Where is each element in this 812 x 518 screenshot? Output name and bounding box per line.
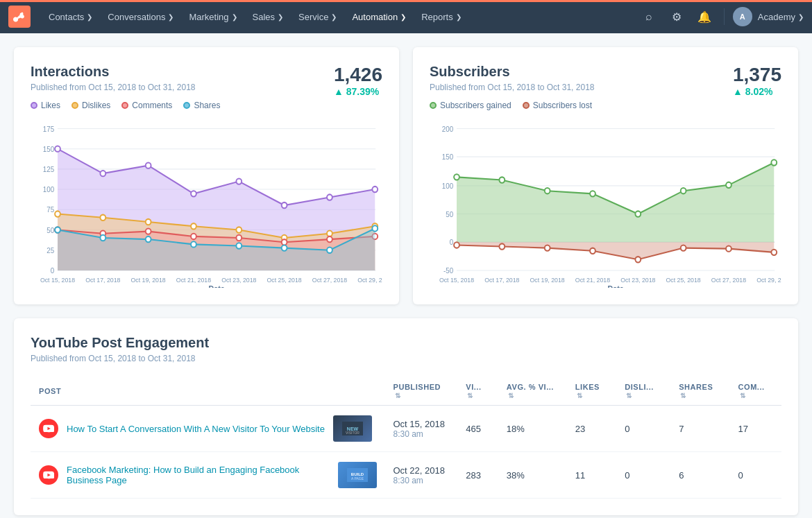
svg-point-90 [771,250,777,255]
col-comments[interactable]: COM... ⇅ [730,377,781,406]
svg-text:VISITOR: VISITOR [346,431,360,435]
nav-automation[interactable]: Automation ❯ [345,8,413,26]
post-cell-1: How To Start A Conversation With A New V… [31,406,385,452]
search-button[interactable]: ⌕ [638,6,660,28]
pub-date-2: Oct 22, 2018 [394,465,450,476]
nav-contacts[interactable]: Contacts ❯ [42,8,99,26]
avatar[interactable]: A [733,7,752,26]
svg-text:Date: Date [209,284,225,288]
gained-dot [430,102,437,109]
nav-contacts-label: Contacts [49,12,84,22]
lost-label: Subscribers lost [533,101,592,110]
likes-dot [31,102,37,109]
navbar: Contacts ❯ Conversations ❯ Marketing ❯ S… [0,0,812,33]
svg-point-18 [100,171,105,176]
youtube-icon-1 [39,419,58,438]
hubspot-logo[interactable] [8,6,31,28]
nav-marketing[interactable]: Marketing ❯ [182,8,244,26]
subscribers-chart: 200 150 100 50 0 -50 [430,121,781,288]
col-published[interactable]: PUBLISHED ⇅ [385,377,458,406]
svg-text:-50: -50 [443,267,453,275]
svg-point-47 [191,241,196,247]
likes-label: Likes [41,101,60,110]
interactions-change-value: 87.39% [346,86,379,97]
svg-point-38 [191,234,196,239]
post-link-2[interactable]: Facebook Marketing: How to Build an Enga… [67,465,330,485]
svg-point-41 [327,236,332,242]
nav-marketing-label: Marketing [189,12,228,22]
legend-likes: Likes [31,101,60,110]
top-border-accent [0,0,812,2]
svg-point-29 [191,223,196,229]
col-views[interactable]: VI... ⇅ [457,377,498,406]
svg-point-26 [55,211,60,216]
engagement-subtitle: Published from Oct 15, 2018 to Oct 31, 2… [31,354,781,363]
svg-text:125: 125 [43,166,55,173]
svg-point-32 [327,231,332,236]
svg-text:A PAGE: A PAGE [351,476,364,481]
svg-point-85 [545,245,550,250]
post-thumb-1: NEWVISITOR [333,415,372,442]
shares-1: 7 [670,406,729,452]
svg-point-84 [499,243,505,249]
svg-point-48 [236,243,242,248]
legend-dislikes: Dislikes [71,101,110,110]
svg-point-77 [590,191,595,196]
published-1: Oct 15, 2018 8:30 am [385,406,458,452]
svg-point-21 [236,178,242,184]
nav-sales[interactable]: Sales ❯ [246,8,291,26]
post-link-1[interactable]: How To Start A Conversation With A New V… [67,424,325,434]
svg-point-40 [282,239,287,245]
svg-point-37 [146,228,151,234]
svg-text:Oct 25, 2018: Oct 25, 2018 [267,276,302,283]
interactions-svg: 175 150 125 100 75 50 25 0 [31,121,382,288]
views-1: 465 [457,406,498,452]
svg-point-89 [726,245,731,251]
user-menu[interactable]: Academy ❯ [758,12,804,22]
subscribers-legend: Subscribers gained Subscribers lost [430,101,594,110]
nav-conversations[interactable]: Conversations ❯ [101,8,180,26]
subscribers-change-value: 8.02% [745,86,773,97]
interactions-chart: 175 150 125 100 75 50 25 0 [31,121,382,288]
svg-point-78 [635,211,641,216]
svg-point-23 [327,194,332,200]
comments-2: 0 [730,452,781,499]
col-avg-views[interactable]: AVG. % VI... ⇅ [498,377,567,406]
svg-text:Oct 17, 2018: Oct 17, 2018 [85,276,120,283]
engagement-section: YouTube Post Engagement Published from O… [14,318,798,515]
nav-automation-label: Automation [352,12,398,22]
post-cell-2: Facebook Marketing: How to Build an Enga… [31,452,385,499]
gained-label: Subscribers gained [440,101,511,110]
pub-date-1: Oct 15, 2018 [394,419,450,429]
svg-text:100: 100 [442,182,454,190]
svg-point-80 [726,182,731,188]
contacts-chevron: ❯ [87,13,92,21]
table-head: POST PUBLISHED ⇅ VI... ⇅ AVG. % VI... ⇅ … [31,377,781,406]
svg-text:Oct 19, 2018: Oct 19, 2018 [530,276,565,283]
legend-gained: Subscribers gained [430,101,511,110]
svg-text:0: 0 [51,267,55,275]
svg-text:Oct 25, 2018: Oct 25, 2018 [666,276,701,283]
views-2: 283 [457,452,498,499]
svg-text:Oct 17, 2018: Oct 17, 2018 [484,276,519,283]
svg-point-79 [681,188,686,193]
likes-2: 11 [567,452,616,499]
nav-reports[interactable]: Reports ❯ [414,8,468,26]
col-likes[interactable]: LIKES ⇅ [567,377,616,406]
engagement-title: YouTube Post Engagement [31,335,781,351]
col-post: POST [31,377,385,406]
nav-service[interactable]: Service ❯ [291,8,344,26]
notifications-button[interactable]: 🔔 [693,6,716,28]
svg-text:25: 25 [46,247,54,254]
interactions-metric: 1,426 [334,64,382,86]
charts-row: Interactions Published from Oct 15, 2018… [14,47,798,304]
col-dislikes[interactable]: DISLI... ⇅ [616,377,670,406]
svg-text:50: 50 [446,210,453,218]
nav-divider [724,8,725,25]
col-shares[interactable]: SHARES ⇅ [670,377,729,406]
dislikes-label: Dislikes [82,101,110,110]
svg-text:50: 50 [46,226,54,234]
conversations-chevron: ❯ [168,13,174,21]
nav-sales-label: Sales [253,12,276,22]
settings-button[interactable]: ⚙ [666,6,688,28]
